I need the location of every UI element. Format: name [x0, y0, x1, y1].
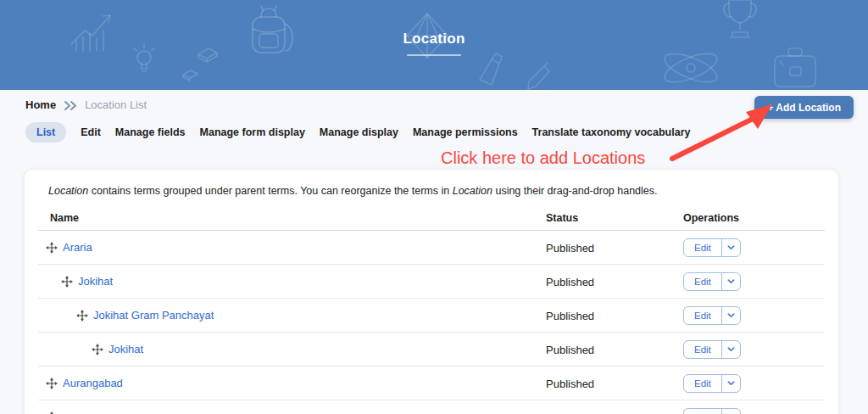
tab-edit[interactable]: Edit [81, 122, 101, 143]
status-text: Published [546, 242, 594, 255]
row-name-cell: Jokihat Gram Panchayat [38, 309, 546, 322]
edit-dropdown-toggle[interactable] [721, 307, 740, 324]
edit-button[interactable]: Edit [684, 409, 721, 414]
edit-split-button: Edit [683, 408, 741, 414]
drag-handle-icon[interactable] [92, 344, 103, 355]
breadcrumb-current: Location List [85, 98, 147, 111]
tab-manage-fields[interactable]: Manage fields [115, 122, 186, 143]
column-header-status: Status [546, 212, 683, 224]
title-underline [407, 54, 461, 56]
tab-manage-permissions[interactable]: Manage permissions [413, 122, 518, 143]
row-name-cell: Aurangabad [38, 377, 546, 389]
terms-table: Name Status Operations Araria Published [38, 205, 825, 414]
annotation-arrow [665, 98, 780, 170]
term-link[interactable]: Jokihat [78, 275, 113, 288]
table-row-partial: Edit [38, 400, 825, 414]
edit-dropdown-toggle[interactable] [721, 409, 740, 414]
column-header-name: Name [38, 212, 546, 224]
drag-handle-icon[interactable] [61, 276, 73, 288]
chevron-down-icon [726, 344, 736, 354]
row-status-cell: Published [546, 342, 683, 357]
edit-button[interactable]: Edit [684, 307, 721, 324]
row-operations-cell: Edit [683, 238, 825, 257]
row-status-cell: Published [546, 274, 683, 289]
edit-button[interactable]: Edit [684, 341, 721, 358]
double-chevron-icon [64, 100, 77, 111]
chevron-down-icon [726, 310, 736, 320]
row-status-cell: Published [546, 240, 683, 255]
edit-dropdown-toggle[interactable] [721, 239, 740, 256]
status-text: Published [546, 344, 594, 356]
edit-split-button: Edit [683, 238, 741, 257]
row-name-cell: Jokihat [38, 275, 546, 288]
chevron-down-icon [726, 243, 736, 252]
row-operations-cell: Edit [683, 340, 825, 359]
description-vocab-name: Location [453, 185, 492, 197]
edit-dropdown-toggle[interactable] [721, 375, 740, 392]
hero-header: Location [0, 0, 868, 90]
edit-dropdown-toggle[interactable] [721, 273, 740, 290]
drag-handle-icon[interactable] [76, 310, 88, 322]
chevron-down-icon [726, 378, 736, 388]
description-text-2: using their drag-and-drop handles. [492, 185, 658, 197]
table-header-row: Name Status Operations [38, 205, 825, 231]
row-status-cell: Published [546, 308, 683, 323]
row-operations-cell: Edit [683, 272, 825, 291]
term-link[interactable]: Jokihat Gram Panchayat [93, 309, 214, 322]
row-name-cell: Araria [38, 241, 546, 254]
vocabulary-description: Location contains terms grouped under pa… [38, 183, 825, 197]
description-vocab-name: Location [48, 185, 88, 197]
edit-split-button: Edit [683, 340, 741, 359]
row-operations-cell: Edit [683, 374, 825, 393]
drag-handle-icon[interactable] [46, 378, 58, 389]
table-body: Araria Published Edit [38, 231, 825, 414]
table-row: Jokihat Published Edit [38, 333, 825, 366]
status-text: Published [546, 276, 594, 288]
edit-dropdown-toggle[interactable] [721, 341, 740, 358]
tab-list[interactable]: List [25, 122, 66, 143]
row-operations-cell: Edit [683, 408, 825, 414]
table-row: Jokihat Published Edit [38, 265, 825, 299]
term-link[interactable]: Jokihat [108, 343, 143, 355]
eraser-icon [183, 70, 198, 81]
chevron-down-icon [726, 277, 736, 286]
edit-split-button: Edit [683, 272, 741, 291]
edit-button[interactable]: Edit [684, 375, 721, 392]
row-name-cell: Jokihat [38, 343, 546, 355]
status-text: Published [546, 378, 594, 390]
edit-split-button: Edit [683, 374, 741, 393]
marker-pen-icon [480, 53, 502, 85]
column-header-operations: Operations [683, 212, 825, 224]
page: { "header": { "title": "Location", "back… [0, 0, 868, 414]
status-text: Published [546, 310, 594, 322]
row-status-cell: Published [546, 376, 683, 391]
table-row: Aurangabad Published Edit [38, 366, 825, 400]
breadcrumb-home-link[interactable]: Home [25, 98, 56, 111]
drag-handle-icon[interactable] [46, 242, 58, 254]
edit-split-button: Edit [683, 306, 741, 325]
edit-button[interactable]: Edit [684, 273, 721, 290]
tab-manage-form-display[interactable]: Manage form display [200, 122, 305, 143]
description-text-1: contains terms grouped under parent term… [88, 185, 452, 197]
table-row: Araria Published Edit [38, 231, 825, 265]
page-title: Location [0, 31, 868, 48]
tab-manage-display[interactable]: Manage display [320, 122, 398, 143]
term-link[interactable]: Araria [63, 241, 92, 254]
terms-card: Location contains terms grouped under pa… [24, 169, 839, 414]
edit-button[interactable]: Edit [684, 239, 721, 256]
term-link[interactable]: Aurangabad [63, 377, 123, 389]
annotation-text: Click here to add Locations [441, 148, 645, 168]
pencil-icon [528, 63, 549, 89]
row-operations-cell: Edit [683, 306, 825, 325]
table-row: Jokihat Gram Panchayat Published Edit [38, 299, 825, 333]
